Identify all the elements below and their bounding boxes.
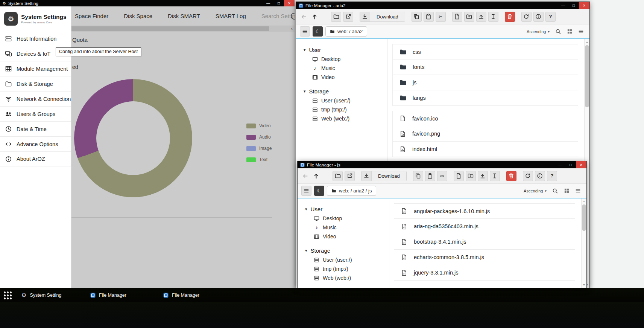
new-file-button[interactable] (454, 171, 464, 181)
tree-section-user[interactable]: ▾ User (305, 204, 389, 214)
close-button[interactable]: × (576, 161, 586, 168)
dark-mode-button[interactable]: ☾ (313, 26, 323, 37)
sort-order-dropdown[interactable]: Ascending ▾ (527, 29, 550, 34)
list-view-button[interactable] (578, 29, 584, 34)
menu-button[interactable] (301, 186, 311, 196)
tree-item-desktop[interactable]: Desktop (304, 55, 387, 64)
download-button[interactable]: Download (361, 171, 407, 181)
taskbar-item-file-manager-2[interactable]: File Manager (163, 288, 199, 302)
back-button[interactable] (299, 12, 308, 22)
delete-button[interactable] (505, 12, 515, 22)
scroll-right-arrow[interactable]: › (289, 26, 295, 32)
new-folder-button[interactable] (466, 171, 476, 181)
tab-disk-smart[interactable]: Disk SMART (168, 13, 200, 19)
tree-item-video[interactable]: Video (304, 73, 387, 82)
scroll-up-arrow[interactable]: ▲ (582, 200, 586, 203)
up-button[interactable] (310, 12, 319, 22)
fm-titlebar[interactable]: File Manager - aria2 — □ × (296, 2, 589, 9)
scroll-up-arrow[interactable]: ▲ (585, 41, 589, 43)
taskbar-item-system-setting[interactable]: ⚙ System Setting (21, 288, 62, 302)
sidebar-item-host-information[interactable]: Host Information (0, 31, 71, 46)
info-button[interactable] (533, 12, 544, 22)
folder-row-fonts[interactable]: fonts (392, 59, 578, 75)
legend-item-video[interactable]: Video (246, 123, 272, 128)
app-launcher-button[interactable] (4, 291, 12, 299)
minimize-button[interactable]: — (558, 2, 568, 9)
refresh-button[interactable] (523, 171, 533, 181)
scrollbar-thumb[interactable] (585, 45, 589, 107)
sidebar-item-advance-options[interactable]: Advance Options (0, 136, 71, 151)
file-row-aria-ng[interactable]: aria-ng-da5356c403.min.js (394, 219, 575, 234)
tree-item-video[interactable]: Video (305, 232, 389, 241)
paste-button[interactable] (425, 171, 435, 181)
copy-button[interactable] (413, 171, 423, 181)
tab-disk-space[interactable]: Disk Space (124, 13, 152, 19)
vertical-scrollbar[interactable]: ▲ ▼ (581, 198, 586, 288)
tabs-horizontal-scrollbar[interactable]: › (71, 26, 295, 32)
tree-item-desktop[interactable]: Desktop (305, 214, 389, 223)
file-row-index-html[interactable]: index.html (392, 142, 578, 157)
copy-button[interactable] (412, 12, 422, 22)
dark-mode-button[interactable]: ☾ (314, 186, 324, 196)
close-button[interactable]: × (579, 2, 589, 9)
legend-item-text[interactable]: Text (246, 157, 272, 162)
tree-section-user[interactable]: ▾ User (304, 45, 387, 55)
scrollbar-thumb[interactable] (582, 204, 586, 231)
sidebar-item-users-groups[interactable]: Users & Groups (0, 106, 71, 121)
refresh-button[interactable] (521, 12, 532, 22)
help-button[interactable]: ? (545, 12, 556, 22)
sort-order-dropdown[interactable]: Ascending ▾ (524, 189, 547, 193)
open-external-button[interactable] (343, 12, 353, 22)
tree-item-music[interactable]: ♪ Music (304, 64, 387, 73)
upload-button[interactable] (476, 12, 486, 22)
sidebar-item-about-aroz[interactable]: About ArOZ (0, 151, 71, 166)
menu-button[interactable] (300, 26, 310, 37)
close-button[interactable]: × (284, 0, 295, 6)
breadcrumb[interactable]: web: / aria2 (325, 26, 367, 37)
scrollbar-thumb[interactable] (71, 26, 269, 31)
grid-view-button[interactable] (564, 188, 570, 194)
legend-item-image[interactable]: Image (246, 146, 272, 151)
file-row-echarts[interactable]: echarts-common-3.8.5.min.js (394, 250, 575, 265)
tree-item-tmp-drive[interactable]: tmp (tmp:/) (304, 105, 387, 114)
folder-row-css[interactable]: css (392, 44, 578, 59)
sidebar-item-date-time[interactable]: Date & Time (0, 121, 71, 136)
folder-row-js[interactable]: js (392, 75, 578, 90)
maximize-button[interactable]: □ (568, 2, 579, 9)
open-folder-button[interactable] (331, 12, 341, 22)
tree-item-web-drive[interactable]: Web (web:/) (304, 114, 387, 123)
tree-item-tmp-drive[interactable]: tmp (tmp:/) (305, 264, 389, 273)
file-row-favicon-png[interactable]: favicon.png (392, 126, 578, 142)
tab-space-finder[interactable]: Space Finder (75, 13, 108, 19)
tree-item-music[interactable]: ♪ Music (305, 223, 389, 232)
maximize-button[interactable]: □ (565, 161, 576, 168)
file-row-bootstrap[interactable]: bootstrap-3.4.1.min.js (394, 234, 575, 250)
maximize-button[interactable]: □ (273, 0, 284, 6)
rename-button[interactable] (488, 12, 498, 22)
up-button[interactable] (311, 171, 320, 181)
open-external-button[interactable] (345, 171, 355, 181)
file-row-angular[interactable]: angular-packages-1.6.10.min.js (394, 203, 575, 219)
back-button[interactable] (301, 171, 310, 181)
list-view-button[interactable] (575, 188, 581, 194)
system-settings-titlebar[interactable]: ⚙ System Setting — □ × (0, 0, 295, 6)
delete-button[interactable] (506, 171, 516, 181)
grid-view-button[interactable] (567, 29, 573, 34)
cut-button[interactable]: ✂ (436, 12, 446, 22)
sidebar-item-module-management[interactable]: Module Management (0, 61, 71, 76)
tree-item-user-drive[interactable]: User (user:/) (304, 96, 387, 105)
new-file-button[interactable] (452, 12, 462, 22)
minimize-button[interactable]: — (263, 0, 273, 6)
download-button[interactable]: Download (360, 12, 405, 22)
settings-search-input[interactable] (261, 13, 295, 19)
file-row-favicon-ico[interactable]: favicon.ico (392, 111, 578, 126)
breadcrumb[interactable]: web: / aria2 / js (327, 186, 376, 196)
cut-button[interactable]: ✂ (437, 171, 447, 181)
tree-section-storage[interactable]: ▾ Storage (304, 86, 387, 96)
scroll-down-arrow[interactable]: ▼ (582, 284, 586, 286)
new-folder-button[interactable] (464, 12, 474, 22)
sidebar-item-network-connection[interactable]: Network & Connection (0, 91, 71, 106)
tree-section-storage[interactable]: ▾ Storage (305, 246, 389, 255)
taskbar-item-file-manager-1[interactable]: File Manager (90, 288, 126, 302)
file-row-jquery[interactable]: jquery-3.3.1.min.js (394, 265, 575, 281)
